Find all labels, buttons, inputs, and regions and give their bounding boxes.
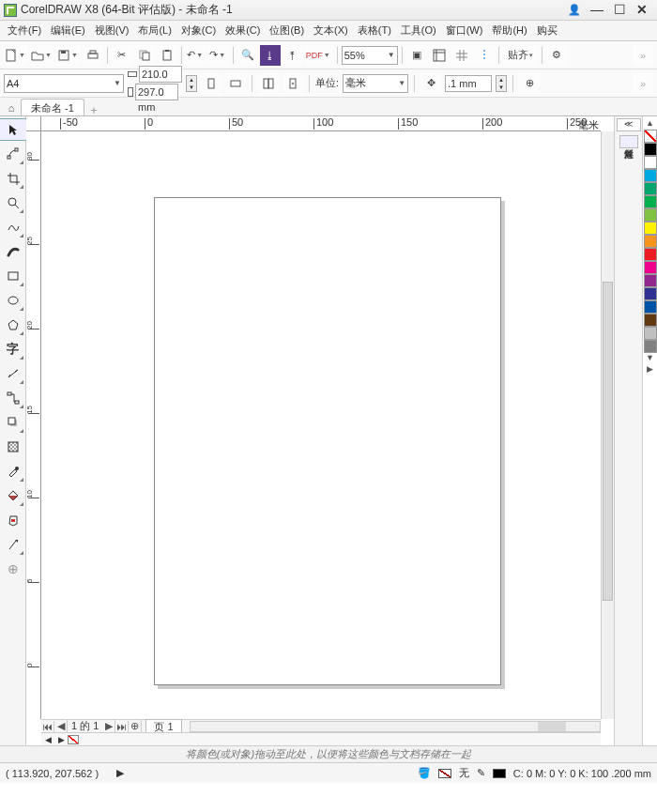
swatch[interactable] xyxy=(644,287,657,300)
polygon-tool[interactable] xyxy=(2,314,24,336)
nudge-input[interactable]: .1 mm xyxy=(445,75,492,92)
page-first-button[interactable]: ⏮ xyxy=(41,721,54,732)
v-scroll-thumb[interactable] xyxy=(603,282,613,601)
transparency-tool[interactable] xyxy=(2,436,24,458)
undo-button[interactable]: ↶▼ xyxy=(186,45,206,66)
menu-text[interactable]: 文本(X) xyxy=(310,22,352,39)
menu-tools[interactable]: 工具(O) xyxy=(397,22,440,39)
page-width-input[interactable]: 210.0 mm xyxy=(139,66,182,83)
doc-palette-next-icon[interactable]: ▶ xyxy=(54,735,68,744)
interactive-fill-tool[interactable] xyxy=(2,484,24,507)
swatch[interactable] xyxy=(644,235,657,248)
outline-swatch[interactable] xyxy=(493,769,506,778)
swatch[interactable] xyxy=(644,340,657,353)
menu-edit[interactable]: 编辑(E) xyxy=(47,22,89,39)
swatch[interactable] xyxy=(644,195,657,208)
status-next-icon[interactable]: ▶ xyxy=(116,767,124,779)
parallel-dim-tool[interactable] xyxy=(2,362,24,385)
drawing-canvas[interactable] xyxy=(41,131,601,719)
cut-button[interactable]: ✂ xyxy=(112,45,132,66)
save-button[interactable]: ▼ xyxy=(56,45,81,66)
current-page-button[interactable] xyxy=(283,73,303,94)
menu-layout[interactable]: 布局(L) xyxy=(134,22,175,39)
menu-bitmap[interactable]: 位图(B) xyxy=(266,22,308,39)
fill-indicator-icon[interactable]: 🪣 xyxy=(418,767,431,779)
page-prev-button[interactable]: ◀ xyxy=(54,720,68,732)
new-tab-button[interactable]: ＋ xyxy=(86,102,101,115)
dim-spinner[interactable]: ▲▼ xyxy=(186,75,197,92)
fullscreen-button[interactable]: ▣ xyxy=(406,45,427,66)
crop-tool[interactable] xyxy=(2,167,24,190)
smart-fill-tool[interactable] xyxy=(2,509,24,531)
page-next-button[interactable]: ▶ xyxy=(102,720,115,732)
shape-tool[interactable] xyxy=(2,143,24,165)
propbar-overflow-icon[interactable]: » xyxy=(633,73,653,94)
h-scroll-thumb[interactable] xyxy=(538,722,566,731)
import-button[interactable]: ⭳ xyxy=(260,45,281,66)
eyedropper-tool[interactable] xyxy=(2,460,24,483)
minimize-button[interactable]: — xyxy=(586,3,608,18)
user-icon[interactable]: 👤 xyxy=(563,3,586,18)
menu-file[interactable]: 文件(F) xyxy=(4,22,45,39)
copy-button[interactable] xyxy=(134,45,155,66)
options-button[interactable]: ⚙ xyxy=(546,45,567,66)
page-add-button[interactable]: ⊕ xyxy=(129,720,142,732)
show-guides-button[interactable] xyxy=(474,45,495,66)
close-button[interactable]: ✕ xyxy=(631,3,653,18)
swatch-none[interactable] xyxy=(644,130,657,143)
swatch[interactable] xyxy=(644,261,657,274)
outline-indicator-icon[interactable]: ✎ xyxy=(477,767,485,779)
welcome-tab-icon[interactable]: ⌂ xyxy=(4,102,19,115)
doc-palette-prev-icon[interactable]: ◀ xyxy=(41,735,54,744)
swatch[interactable] xyxy=(644,248,657,261)
print-button[interactable] xyxy=(83,45,103,66)
new-button[interactable]: ▼ xyxy=(4,45,28,66)
menu-effects[interactable]: 效果(C) xyxy=(222,22,264,39)
toolbar-overflow-icon[interactable]: » xyxy=(633,45,653,66)
swatch[interactable] xyxy=(644,169,657,182)
snap-button[interactable]: 贴齐▾ xyxy=(503,45,538,66)
publish-button[interactable]: PDF▼ xyxy=(305,45,333,66)
vertical-ruler[interactable]: 30 25 20 15 10 5 0 xyxy=(26,131,41,719)
show-grid-button[interactable] xyxy=(451,45,472,66)
all-pages-button[interactable] xyxy=(258,73,279,94)
swatch[interactable] xyxy=(644,156,657,169)
search-button[interactable]: 🔍 xyxy=(237,45,258,66)
artistic-media-tool[interactable] xyxy=(2,240,24,263)
orientation-landscape-button[interactable] xyxy=(225,73,246,94)
freehand-tool[interactable] xyxy=(2,216,24,238)
toolbox-expand-button[interactable]: ⊕ xyxy=(2,558,24,580)
swatch[interactable] xyxy=(644,314,657,327)
swatch[interactable] xyxy=(644,274,657,287)
menu-object[interactable]: 对象(C) xyxy=(177,22,220,39)
object-properties-tab[interactable]: 对象属性 xyxy=(619,135,638,148)
palette-down-icon[interactable]: ▼ xyxy=(646,353,654,364)
open-button[interactable]: ▼ xyxy=(30,45,54,66)
ellipse-tool[interactable] xyxy=(2,289,24,312)
document-tab[interactable]: 未命名 -1 xyxy=(21,99,84,115)
palette-up-icon[interactable]: ▲ xyxy=(646,118,654,130)
text-tool[interactable]: 字 xyxy=(2,338,24,360)
page-preset-combo[interactable]: A4▼ xyxy=(4,74,124,93)
outline-pen-tool[interactable] xyxy=(2,533,24,556)
menu-view[interactable]: 视图(V) xyxy=(91,22,133,39)
ruler-origin[interactable] xyxy=(26,116,41,131)
page-last-button[interactable]: ⏭ xyxy=(115,721,129,732)
horizontal-scrollbar[interactable] xyxy=(190,721,601,732)
nudge-spinner[interactable]: ▲▼ xyxy=(496,75,507,92)
drop-shadow-tool[interactable] xyxy=(2,411,24,434)
fill-swatch[interactable] xyxy=(438,769,451,778)
connector-tool[interactable] xyxy=(2,387,24,409)
rectangle-tool[interactable] xyxy=(2,265,24,287)
doc-palette-none-icon[interactable] xyxy=(68,735,79,744)
zoom-combo[interactable]: 55%▼ xyxy=(342,46,398,65)
docker-expand-button[interactable]: ≪ xyxy=(617,118,641,131)
swatch[interactable] xyxy=(644,222,657,235)
page-height-input[interactable]: 297.0 mm xyxy=(135,84,178,100)
menu-help[interactable]: 帮助(H) xyxy=(488,22,530,39)
swatch[interactable] xyxy=(644,143,657,156)
swatch[interactable] xyxy=(644,208,657,222)
zoom-tool[interactable] xyxy=(2,192,24,214)
menu-window[interactable]: 窗口(W) xyxy=(442,22,487,39)
vertical-scrollbar[interactable] xyxy=(601,131,614,719)
